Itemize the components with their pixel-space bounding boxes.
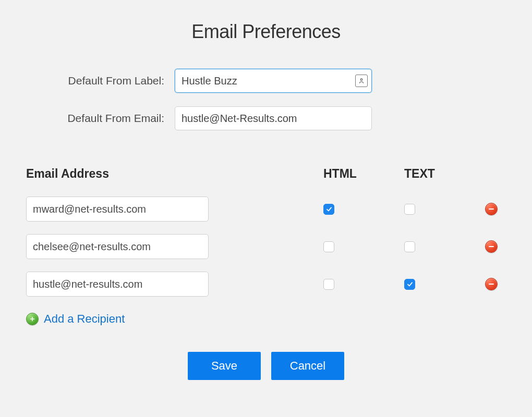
default-from-label-row: Default From Label: bbox=[26, 69, 506, 93]
minus-icon bbox=[489, 284, 494, 285]
html-checkbox[interactable] bbox=[323, 204, 334, 215]
action-bar: Save Cancel bbox=[26, 352, 506, 380]
html-checkbox[interactable] bbox=[323, 241, 334, 252]
page-title: Email Preferences bbox=[26, 21, 506, 43]
recipient-row bbox=[26, 234, 506, 259]
cancel-button[interactable]: Cancel bbox=[271, 352, 344, 380]
column-header-email: Email Address bbox=[26, 167, 323, 181]
default-from-label-label: Default From Label: bbox=[26, 75, 175, 87]
recipient-email-input[interactable] bbox=[26, 234, 209, 259]
add-recipient-label: Add a Recipient bbox=[44, 312, 125, 326]
recipient-row bbox=[26, 272, 506, 297]
default-from-email-label: Default From Email: bbox=[26, 112, 175, 125]
text-checkbox[interactable] bbox=[404, 241, 415, 252]
defaults-section: Default From Label: Default From Email: bbox=[26, 69, 506, 130]
remove-recipient-button[interactable] bbox=[485, 278, 498, 290]
plus-circle-icon bbox=[26, 313, 39, 325]
text-checkbox[interactable] bbox=[404, 279, 415, 290]
add-recipient-link[interactable]: Add a Recipient bbox=[26, 312, 506, 326]
recipients-section: Email Address HTML TEXT Add a Recipient bbox=[26, 167, 506, 326]
text-checkbox[interactable] bbox=[404, 204, 415, 215]
column-header-html: HTML bbox=[323, 167, 404, 181]
minus-icon bbox=[489, 246, 494, 247]
remove-recipient-button[interactable] bbox=[485, 203, 498, 215]
remove-recipient-button[interactable] bbox=[485, 240, 498, 253]
default-from-email-row: Default From Email: bbox=[26, 106, 506, 130]
default-from-label-input[interactable] bbox=[175, 69, 372, 93]
html-checkbox[interactable] bbox=[323, 279, 334, 290]
contact-card-icon[interactable] bbox=[355, 75, 368, 87]
recipients-header: Email Address HTML TEXT bbox=[26, 167, 506, 181]
default-from-email-input[interactable] bbox=[175, 106, 372, 130]
recipient-email-input[interactable] bbox=[26, 197, 209, 222]
column-header-text: TEXT bbox=[404, 167, 485, 181]
recipient-row bbox=[26, 197, 506, 222]
save-button[interactable]: Save bbox=[188, 352, 261, 380]
svg-point-0 bbox=[360, 79, 362, 81]
minus-icon bbox=[489, 208, 494, 210]
recipient-email-input[interactable] bbox=[26, 272, 209, 297]
